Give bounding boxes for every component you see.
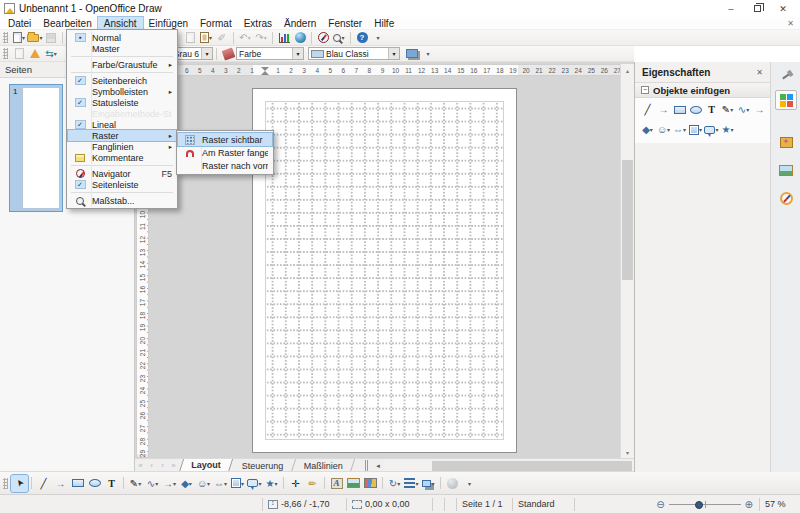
symbol-shapes-tool[interactable]: ☺▾ (656, 122, 671, 137)
new-document-button[interactable]: ▾ (11, 31, 27, 45)
toolbar-overflow-button[interactable]: ▾ (461, 475, 478, 492)
menu-item-symbolleisten[interactable]: Symbolleisten ▸ (68, 86, 176, 97)
glue-points-button[interactable]: ✏ (304, 475, 321, 492)
sidebar-section-header[interactable]: − Objekte einfügen (635, 82, 770, 98)
format-paintbrush-button[interactable]: ✐ (214, 31, 230, 45)
connector-tool[interactable]: ∿▾ (736, 102, 751, 117)
collapse-icon[interactable]: − (641, 86, 649, 94)
zoom-button[interactable]: ▾ (331, 31, 347, 45)
basic-shapes-tool[interactable]: ◆▾ (178, 475, 195, 492)
menu-item-kommentare[interactable]: Kommentare (68, 152, 176, 163)
line-tool[interactable]: ╱ (35, 475, 52, 492)
horizontal-ruler[interactable]: 7654321123456789101112131415161718192021… (149, 64, 632, 76)
menu-item-raster-sichtbar[interactable]: Raster sichtbar (178, 133, 272, 146)
menu-item-normal[interactable]: ● Normal (68, 32, 176, 43)
ellipse-tool[interactable] (86, 475, 103, 492)
ruler-origin-marker[interactable] (261, 67, 269, 75)
styles-button[interactable] (11, 47, 27, 61)
copy-button[interactable] (182, 31, 198, 45)
arrange-button[interactable]: ▾ (420, 475, 437, 492)
menu-fenster[interactable]: Fenster (322, 17, 368, 30)
basic-shapes-tool[interactable]: ◆▾ (640, 122, 655, 137)
first-layer-button[interactable]: « (135, 461, 146, 470)
toolbar-grip[interactable] (3, 32, 8, 43)
menu-item-statusleiste[interactable]: ✓ Statusleiste (68, 97, 176, 108)
arrow-end-tool[interactable]: → (752, 102, 767, 117)
menu-einfuegen[interactable]: Einfügen (143, 17, 194, 30)
menu-extras[interactable]: Extras (238, 17, 278, 30)
block-arrows-tool[interactable]: ⇔▾ (212, 475, 229, 492)
fill-color-select[interactable]: Blau Classi ▾ (308, 47, 400, 60)
hyperlink-button[interactable] (292, 31, 308, 45)
shadow-button[interactable] (404, 47, 420, 61)
sidebar-settings-button[interactable] (775, 66, 797, 86)
fontwork-gallery-button[interactable]: A (328, 475, 345, 492)
document-page[interactable] (252, 88, 517, 453)
menu-hilfe[interactable]: Hilfe (368, 17, 400, 30)
toolbar-grip[interactable] (3, 48, 8, 59)
page-thumbnail[interactable]: 1 (9, 84, 63, 212)
prev-layer-button[interactable]: ‹ (146, 461, 157, 470)
lines-arrows-tool[interactable]: →▾ (161, 475, 178, 492)
sidebar-close-button[interactable]: ✕ (756, 68, 763, 77)
horizontal-scrollbar[interactable] (384, 460, 634, 472)
flowchart-tool[interactable]: ▾ (229, 475, 246, 492)
menu-item-massstab[interactable]: Maßstab... (68, 195, 176, 206)
scroll-up-button[interactable]: ▴ (621, 64, 634, 76)
vertical-scrollbar[interactable]: ▴ ▾ (620, 64, 634, 458)
open-button[interactable]: ▾ (27, 31, 43, 45)
flowchart-tool[interactable]: ▾ (688, 122, 703, 137)
alignment-button[interactable]: ▾ (403, 475, 420, 492)
menu-datei[interactable]: Datei (2, 17, 37, 30)
toolbar-overflow-button[interactable]: ▾ (420, 47, 436, 61)
connector-tool[interactable]: ∿▾ (144, 475, 161, 492)
paste-button[interactable]: ▾ (198, 31, 214, 45)
toolbar-overflow-button[interactable]: ▾ (370, 31, 386, 45)
text-tool[interactable]: T (704, 102, 719, 117)
toolbar-grip[interactable] (3, 478, 8, 489)
menu-item-master[interactable]: Master (68, 43, 176, 54)
scroll-left-button[interactable]: ◂ (372, 462, 384, 470)
insert-picture-button[interactable] (345, 475, 362, 492)
select-tool[interactable]: ➤ (11, 475, 28, 492)
scroll-down-button[interactable]: ▾ (621, 446, 634, 458)
minimize-button[interactable]: – (718, 1, 744, 16)
fill-style-button[interactable] (220, 47, 236, 61)
menu-bearbeiten[interactable]: Bearbeiten (37, 17, 97, 30)
menu-item-raster-nach-vorn[interactable]: Raster nach vorn (178, 159, 272, 172)
line-arrow-tool[interactable]: → (656, 102, 671, 117)
zoom-slider-track[interactable] (669, 500, 741, 509)
menu-item-fanglinien[interactable]: Fanglinien ▸ (68, 141, 176, 152)
rotate-button[interactable]: ↻▾ (386, 475, 403, 492)
close-button[interactable]: ✕ (770, 1, 796, 16)
sidebar-tab-gallery[interactable] (775, 132, 797, 152)
sidebar-tab-navigator[interactable] (775, 188, 797, 208)
menu-item-seitenbereich[interactable]: ✓ Seitenbereich (68, 75, 176, 86)
fill-type-select[interactable]: Farbe ▾ (236, 47, 304, 60)
rectangle-tool[interactable] (69, 475, 86, 492)
ellipse-tool[interactable] (688, 102, 703, 117)
zoom-slider[interactable]: ⊖ ⊕ (650, 498, 760, 511)
menu-aendern[interactable]: Ändern (278, 17, 322, 30)
insert-chart-button[interactable] (276, 31, 292, 45)
menu-ansicht[interactable]: Ansicht (98, 17, 143, 30)
curve-tool[interactable]: ✎▾ (127, 475, 144, 492)
stars-tool[interactable]: ★▾ (720, 122, 735, 137)
zoom-in-button[interactable]: ⊕ (745, 499, 753, 510)
navigator-button[interactable] (315, 31, 331, 45)
sidebar-tab-properties[interactable] (775, 90, 797, 110)
help-button[interactable]: ? (354, 31, 370, 45)
effects-button[interactable] (444, 475, 461, 492)
text-tool[interactable]: T (103, 475, 120, 492)
save-button[interactable] (43, 31, 59, 45)
menu-item-farbe-graustufe[interactable]: Farbe/Graustufe ▸ (68, 59, 176, 70)
sidebar-tab-styles[interactable] (775, 160, 797, 180)
rectangle-tool[interactable] (672, 102, 687, 117)
tab-splitter[interactable] (365, 460, 368, 471)
vertical-scrollbar-thumb[interactable] (622, 160, 633, 280)
zoom-level-field[interactable]: 57 % (760, 498, 800, 511)
menu-item-am-raster-fangen[interactable]: Am Raster fangen (178, 146, 272, 159)
block-arrows-tool[interactable]: ⇔▾ (672, 122, 687, 137)
menu-item-lineal[interactable]: ✓ Lineal (68, 119, 176, 130)
menu-item-raster[interactable]: Raster ▸ (68, 130, 176, 141)
